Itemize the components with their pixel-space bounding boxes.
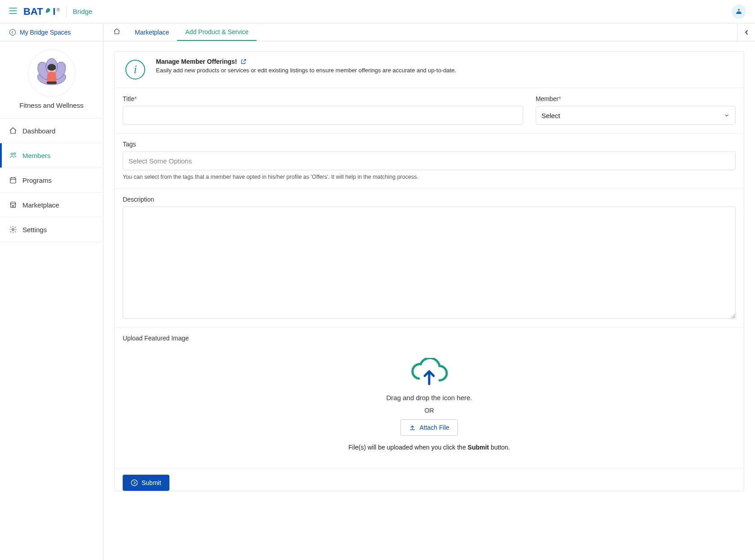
- tags-label: Tags: [123, 141, 736, 148]
- spaces-label: My Bridge Spaces: [20, 29, 71, 36]
- sidebar-item-label: Settings: [22, 226, 47, 234]
- tags-hint: You can select from the tags that a memb…: [123, 174, 736, 180]
- sidebar: Fitness and Wellness Dashboard Members P…: [0, 41, 103, 560]
- main-content: i Manage Member Offerings! Easily add ne…: [103, 41, 755, 560]
- external-link-icon[interactable]: [240, 58, 247, 65]
- svg-rect-17: [10, 178, 16, 183]
- svg-point-19: [131, 480, 137, 485]
- svg-point-14: [65, 75, 66, 76]
- user-avatar[interactable]: [732, 4, 746, 19]
- upload-dropzone[interactable]: Drag and drop the icon here. OR Attach F…: [123, 345, 736, 460]
- description-label: Description: [123, 196, 736, 203]
- upload-or: OR: [132, 407, 727, 414]
- topbar: BATI® Bridge: [0, 0, 755, 23]
- workspace-name: Fitness and Wellness: [4, 101, 98, 109]
- upload-note: File(s) will be uploaded when you click …: [132, 444, 727, 451]
- info-icon: i: [125, 60, 145, 79]
- chevron-down-icon: [724, 112, 730, 119]
- member-select[interactable]: Select: [536, 106, 736, 125]
- title-field: Title*: [123, 95, 523, 125]
- svg-point-18: [12, 229, 14, 231]
- subheader: My Bridge Spaces Marketplace Add Product…: [0, 23, 755, 41]
- home-icon: [113, 28, 120, 36]
- divider: [66, 6, 67, 17]
- description-field: Description: [123, 196, 736, 319]
- attach-file-button[interactable]: Attach File: [400, 419, 457, 436]
- back-arrow-icon: [9, 29, 16, 36]
- sidebar-item-label: Marketplace: [22, 201, 59, 209]
- breadcrumb-marketplace[interactable]: Marketplace: [127, 23, 177, 41]
- sidebar-item-members[interactable]: Members: [0, 143, 103, 168]
- upload-instruction: Drag and drop the icon here.: [132, 394, 727, 401]
- sidebar-item-label: Programs: [22, 176, 52, 184]
- sidebar-item-label: Members: [22, 152, 51, 159]
- sidebar-item-settings[interactable]: Settings: [0, 217, 103, 242]
- workspace-header: Fitness and Wellness: [0, 41, 103, 119]
- svg-point-13: [37, 75, 38, 76]
- description-textarea[interactable]: [123, 207, 736, 319]
- member-selected: Select: [542, 112, 560, 119]
- sidebar-item-marketplace[interactable]: Marketplace: [0, 193, 103, 217]
- title-input[interactable]: [123, 106, 523, 125]
- logo[interactable]: BATI®: [23, 6, 60, 18]
- info-title: Manage Member Offerings!: [156, 58, 237, 65]
- collapse-panel-toggle[interactable]: [737, 23, 755, 41]
- menu-toggle-icon[interactable]: [9, 8, 17, 15]
- sidebar-item-dashboard[interactable]: Dashboard: [0, 119, 103, 143]
- svg-point-12: [63, 65, 64, 66]
- sidebar-item-label: Dashboard: [22, 127, 55, 135]
- member-field: Member* Select: [536, 95, 736, 125]
- title-label: Title: [123, 95, 134, 102]
- sidebar-item-programs[interactable]: Programs: [0, 168, 103, 193]
- my-spaces-link[interactable]: My Bridge Spaces: [0, 23, 103, 41]
- svg-point-11: [39, 65, 40, 66]
- tags-input[interactable]: [123, 151, 736, 170]
- form-card: i Manage Member Offerings! Easily add ne…: [114, 51, 744, 491]
- svg-point-16: [14, 153, 16, 154]
- breadcrumb: Marketplace Add Product & Service: [103, 23, 737, 41]
- info-banner: i Manage Member Offerings! Easily add ne…: [115, 52, 744, 88]
- svg-point-3: [738, 9, 740, 10]
- sidebar-nav: Dashboard Members Programs Marketplace S…: [0, 119, 103, 242]
- member-label: Member: [536, 95, 559, 102]
- svg-point-4: [9, 29, 15, 35]
- breadcrumb-add-product[interactable]: Add Product & Service: [177, 23, 257, 41]
- tags-field: Tags You can select from the tags that a…: [123, 141, 736, 180]
- workspace-icon: [28, 49, 76, 97]
- arrow-right-circle-icon: [131, 479, 138, 486]
- logo-leaf-icon: [44, 7, 53, 16]
- cloud-upload-icon: [410, 358, 449, 388]
- upload-icon: [409, 424, 416, 431]
- svg-point-15: [11, 153, 13, 155]
- topbar-left: BATI® Bridge: [9, 6, 92, 18]
- upload-label: Upload Featured Image: [123, 335, 736, 342]
- breadcrumb-home[interactable]: [103, 23, 127, 41]
- submit-button[interactable]: Submit: [123, 475, 169, 491]
- info-description: Easily add new products or services or e…: [156, 67, 456, 74]
- product-name[interactable]: Bridge: [73, 8, 92, 15]
- svg-rect-10: [46, 81, 56, 84]
